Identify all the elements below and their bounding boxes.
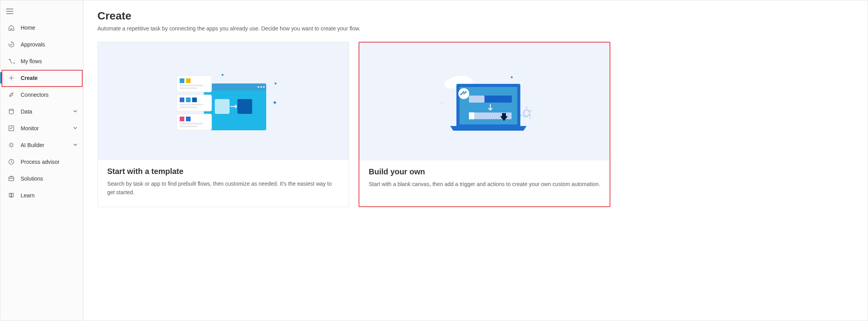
chevron-down-icon: [73, 125, 78, 131]
page-title: Create: [97, 10, 854, 22]
data-icon: [7, 108, 15, 115]
plus-icon: [7, 74, 15, 82]
build-illustration-icon: [426, 62, 543, 140]
svg-rect-25: [180, 123, 203, 124]
sidebar-item-home[interactable]: Home: [0, 19, 83, 36]
svg-rect-19: [192, 98, 197, 102]
sidebar-item-connectors[interactable]: Connectors: [0, 86, 83, 103]
card-title: Start with a template: [107, 167, 339, 176]
sidebar-item-solutions[interactable]: Solutions: [0, 170, 83, 187]
page-subtitle: Automate a repetitive task by connecting…: [97, 25, 854, 32]
sidebar-item-label: Home: [21, 25, 35, 31]
svg-rect-24: [186, 117, 191, 121]
sidebar-item-label: Approvals: [21, 41, 45, 48]
sidebar-item-my-flows[interactable]: My flows: [0, 53, 83, 69]
home-icon: [7, 24, 15, 32]
sidebar-item-label: Connectors: [21, 92, 49, 98]
card-hero-illustration: [359, 43, 610, 160]
svg-rect-18: [186, 98, 191, 102]
card-title: Build your own: [369, 167, 600, 176]
hamburger-icon: [6, 9, 13, 14]
svg-rect-3: [9, 177, 14, 181]
card-start-with-template[interactable]: Start with a template Search by task or …: [97, 42, 349, 207]
card-build-your-own[interactable]: Build your own Start with a blank canvas…: [359, 42, 610, 207]
svg-rect-15: [180, 87, 197, 89]
svg-rect-22: [177, 114, 212, 130]
sidebar-item-label: Create: [21, 75, 38, 81]
sidebar: Home Approvals My flows Create Connector…: [0, 0, 83, 321]
sidebar-item-process-advisor[interactable]: Process advisor: [0, 153, 83, 170]
svg-point-8: [263, 86, 265, 88]
svg-rect-9: [215, 99, 230, 114]
svg-point-6: [258, 86, 259, 88]
sidebar-item-label: My flows: [21, 58, 42, 64]
svg-rect-17: [180, 98, 184, 102]
svg-rect-20: [180, 104, 203, 105]
sidebar-item-label: AI Builder: [21, 142, 44, 148]
flows-icon: [7, 57, 15, 65]
card-body: Build your own Start with a blank canvas…: [359, 160, 610, 199]
svg-rect-13: [186, 78, 191, 83]
chevron-down-icon: [73, 108, 78, 115]
chevron-down-icon: [73, 142, 78, 148]
svg-rect-12: [180, 78, 184, 83]
svg-rect-34: [469, 112, 474, 119]
sidebar-item-label: Solutions: [21, 176, 43, 182]
svg-point-28: [444, 79, 458, 89]
card-row: Start with a template Search by task or …: [97, 42, 854, 207]
sidebar-item-create[interactable]: Create: [0, 69, 83, 86]
sidebar-item-monitor[interactable]: Monitor: [0, 120, 83, 137]
svg-point-36: [460, 94, 462, 95]
svg-rect-26: [180, 126, 197, 127]
sidebar-item-approvals[interactable]: Approvals: [0, 36, 83, 53]
svg-point-37: [463, 91, 464, 93]
sidebar-item-ai-builder[interactable]: AI Builder: [0, 137, 83, 153]
ai-icon: [7, 141, 15, 149]
sidebar-item-learn[interactable]: Learn: [0, 187, 83, 204]
template-illustration-icon: [165, 62, 282, 140]
svg-rect-11: [177, 76, 212, 92]
hamburger-button[interactable]: [0, 4, 19, 19]
svg-rect-14: [180, 85, 203, 86]
card-hero-illustration: [98, 42, 349, 160]
svg-rect-23: [180, 117, 184, 121]
svg-point-7: [260, 86, 262, 88]
learn-icon: [7, 192, 15, 199]
card-desc: Search by task or app to find prebuilt f…: [107, 180, 339, 197]
sidebar-item-label: Learn: [21, 192, 35, 199]
sidebar-item-label: Data: [21, 108, 32, 115]
svg-rect-16: [177, 95, 212, 111]
svg-point-38: [465, 91, 467, 93]
svg-rect-32: [469, 96, 484, 103]
svg-point-1: [10, 144, 12, 146]
svg-point-39: [523, 110, 530, 116]
card-desc: Start with a blank canvas, then add a tr…: [369, 180, 600, 189]
approvals-icon: [7, 41, 15, 48]
sidebar-item-label: Process advisor: [21, 159, 60, 165]
process-icon: [7, 158, 15, 166]
svg-rect-10: [237, 99, 252, 114]
card-body: Start with a template Search by task or …: [98, 160, 349, 207]
sidebar-item-data[interactable]: Data: [0, 103, 83, 120]
monitor-icon: [7, 124, 15, 132]
svg-rect-21: [180, 106, 197, 108]
sidebar-item-label: Monitor: [21, 125, 39, 131]
svg-rect-5: [204, 83, 266, 90]
solutions-icon: [7, 175, 15, 183]
connectors-icon: [7, 91, 15, 99]
main-content: Create Automate a repetitive task by con…: [83, 0, 868, 321]
